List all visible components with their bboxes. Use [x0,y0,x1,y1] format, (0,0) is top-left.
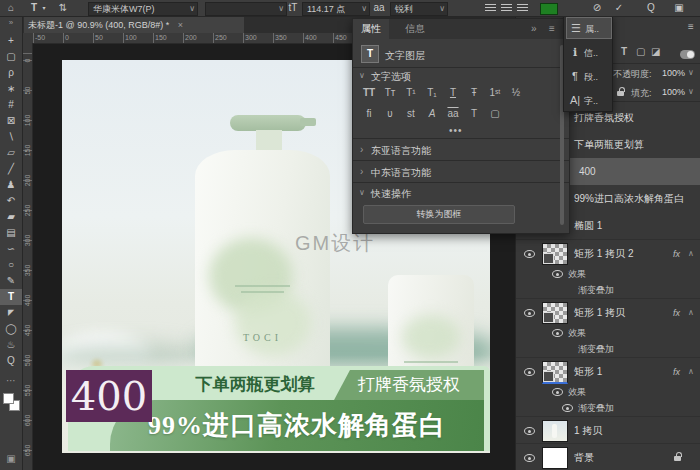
zoom-tool-icon[interactable]: Q [0,353,22,369]
layer-thumbnail[interactable] [542,420,568,442]
gradient-overlay-row[interactable]: 渐变叠加 [516,282,700,298]
clone-stamp-tool-icon[interactable]: ♟ [0,177,22,193]
layer-thumbnail[interactable] [542,243,568,265]
layer-visibility-eye-icon[interactable] [524,366,535,377]
section-east-asian[interactable]: 东亚语言功能 [371,144,431,158]
font-size-select[interactable]: 114.17 点 ∨ [302,2,370,16]
tool-preset-dropdown-icon[interactable]: ▾ [40,2,48,14]
align-left-icon[interactable] [485,4,496,12]
stylistic-alternates-icon[interactable]: aa [443,107,463,121]
move-tool-icon[interactable]: + [0,33,22,49]
eyedropper-tool-icon[interactable]: ∖ [0,129,22,145]
lock-all-icon[interactable] [617,87,625,97]
effects-visibility-eye-icon[interactable] [562,402,573,413]
type-color-swatch[interactable] [540,3,558,15]
layer-row[interactable]: 1 拷贝 [516,416,700,444]
ordinals-icon[interactable]: 1ˢᵗ [485,86,505,100]
gradient-tool-icon[interactable]: ▤ [0,225,22,241]
pen-tool-icon[interactable]: ✎ [0,273,22,289]
cancel-edit-icon[interactable]: ⊘ [590,2,604,14]
gradient-overlay-row[interactable]: 渐变叠加 [516,341,700,357]
opacity-value[interactable]: 100% [662,68,685,78]
eraser-tool-icon[interactable]: ▰ [0,209,22,225]
layer-effects-row[interactable]: 效果 [516,266,700,282]
chevron-down-icon[interactable]: ∨ [688,68,694,77]
layer-fx-badge[interactable]: fx [673,249,680,259]
collapse-panel-icon[interactable]: » [531,23,537,34]
quick-selection-tool-icon[interactable]: ∗ [0,81,22,97]
chevron-down-icon[interactable]: ∨ [359,188,365,197]
ellipse-tool-icon[interactable]: ◯ [0,321,22,337]
type-tool-icon-selected[interactable]: T [0,289,22,305]
section-character-options[interactable]: 文字选项 [371,70,411,84]
search-icon[interactable]: Q [644,2,658,14]
titling-alternates-icon[interactable]: T [464,107,484,121]
healing-brush-tool-icon[interactable]: ▱ [0,145,22,161]
smudge-tool-icon[interactable]: ∽ [0,241,22,257]
filter-shape-icon[interactable]: ▢ [636,46,645,57]
gradient-overlay-row[interactable]: 渐变叠加 [516,400,700,416]
effects-visibility-eye-icon[interactable] [552,386,563,397]
dock-item-info[interactable]: ℹ信.. [566,41,610,63]
tab-info[interactable]: 信息 [397,19,433,39]
font-style-select[interactable]: ∨ [205,2,287,16]
foreground-color-swatch[interactable] [3,393,14,404]
discretionary-ligatures-icon[interactable]: st [401,107,421,121]
type-tool-icon[interactable]: T [28,2,40,14]
effects-visibility-eye-icon[interactable] [552,327,563,338]
fx-collapse-icon[interactable]: ∧ [688,367,694,376]
dodge-tool-icon[interactable]: ○ [0,257,22,273]
tab-properties[interactable]: 属性 [353,19,389,39]
frame-tool-icon[interactable]: ⊠ [0,113,22,129]
align-center-icon[interactable] [501,4,512,12]
chevron-down-icon[interactable]: ∨ [688,87,694,96]
layer-visibility-eye-icon[interactable] [524,452,535,463]
dock-item-character[interactable]: A|字.. [566,89,610,111]
anti-alias-select[interactable]: 锐利 ∨ [390,2,448,16]
commit-edit-icon[interactable]: ✓ [612,2,626,14]
layer-fx-badge[interactable]: fx [673,367,680,377]
layer-row[interactable]: 矩形 1 拷贝 fx ∧ [516,298,700,326]
layer-fx-badge[interactable]: fx [673,308,680,318]
edit-toolbar-icon[interactable]: ⋯ [0,373,22,389]
panel-menu-icon[interactable]: ≡ [688,21,694,32]
text-orientation-icon[interactable]: ⇅ [56,2,70,14]
document-tab[interactable]: 未标题-1 @ 90.9% (400, RGB/8#) * × [24,17,244,33]
collapse-toolbar-icon[interactable]: » [0,18,22,27]
screen-mode-icon[interactable]: ▣ [0,451,22,467]
layer-effects-row[interactable]: 效果 [516,325,700,341]
subscript-icon[interactable]: T₁ [422,86,442,100]
filter-smart-object-icon[interactable]: ◪ [651,46,660,57]
effects-visibility-eye-icon[interactable] [552,268,563,279]
path-selection-tool-icon[interactable]: ◤ [0,305,22,321]
fractions-icon[interactable]: ½ [506,86,526,100]
chevron-down-icon[interactable]: ∨ [359,71,365,80]
brush-tool-icon[interactable]: ╱ [0,161,22,177]
align-right-icon[interactable] [517,4,528,12]
layer-effects-row[interactable]: 效果 [516,384,700,400]
filter-type-icon[interactable]: T [621,46,627,57]
small-caps-icon[interactable]: Tт [380,86,400,100]
layer-visibility-eye-icon[interactable] [524,248,535,259]
ligatures-icon[interactable]: fi [359,107,379,121]
background-lock-icon[interactable] [674,452,682,462]
workspace-switcher-icon[interactable]: ▣ [672,2,686,14]
crop-tool-icon[interactable]: # [0,97,22,113]
chevron-right-icon[interactable]: › [360,144,363,155]
more-options-icon[interactable]: ••• [449,125,463,136]
font-family-select[interactable]: 华康米体W7(P) ∨ [88,2,198,16]
superscript-icon[interactable]: T¹ [401,86,421,100]
marquee-tool-icon[interactable]: ▢ [0,49,22,65]
strikethrough-icon[interactable]: Ŧ [464,86,484,100]
swash-icon[interactable]: A [422,107,442,121]
all-caps-icon[interactable]: TT [359,86,379,100]
section-quick-actions[interactable]: 快速操作 [371,187,411,201]
ornaments-icon[interactable]: ▢ [485,107,505,121]
layer-thumbnail[interactable] [542,447,568,469]
layer-thumbnail[interactable] [542,302,568,324]
color-swatches[interactable] [0,391,22,415]
vertical-ruler[interactable]: 0 50 100 150 200 250 300 350 400 450 500… [22,43,33,470]
fx-collapse-icon[interactable]: ∧ [688,308,694,317]
hand-tool-icon[interactable]: ♨ [0,337,22,353]
filter-toggle-switch[interactable] [680,50,695,59]
